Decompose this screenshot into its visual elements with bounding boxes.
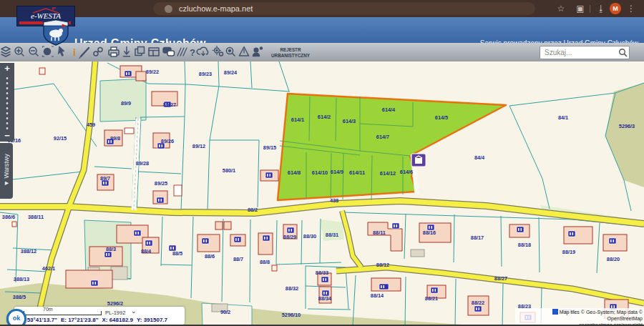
address-plate (609, 238, 616, 244)
address-plate-glyph (270, 174, 271, 177)
address-plate (157, 197, 164, 203)
site-favicon (165, 5, 172, 13)
warning-triangle-icon[interactable] (240, 47, 249, 56)
draw-line-icon[interactable] (79, 48, 89, 59)
map-canvas[interactable]: 89/2289/2389/2489/989/2792/1692/1545989/… (0, 61, 644, 326)
download-icon[interactable]: ⭳ (595, 3, 607, 14)
user-feedback-icon[interactable] (253, 46, 263, 56)
info-icon[interactable]: i (73, 47, 76, 58)
zoom-out-icon[interactable] (29, 47, 38, 56)
zoom-in-icon[interactable] (15, 47, 24, 56)
toolbar-divider (590, 5, 590, 13)
parcel-label-92-15: 92/15 (54, 135, 67, 142)
extensions-icon[interactable]: ▣ (575, 3, 586, 14)
address-plate-glyph (173, 247, 175, 250)
help-icon[interactable]: ? (190, 47, 195, 58)
layers-icon[interactable] (1, 47, 10, 57)
parcel-label-5296-3: 5296/3 (619, 123, 635, 129)
map-zoom-in-button[interactable]: + (0, 63, 14, 74)
browser-menu-icon[interactable]: ⋮ (625, 3, 637, 14)
parcel-label-462-1: 462/1 (42, 265, 55, 272)
parcel-label-88-22: 88/22 (472, 300, 484, 306)
bookmark-star-icon[interactable]: ☆ (555, 3, 567, 14)
cloud-download-icon[interactable] (197, 47, 208, 55)
parcel-label-614-9: 614/9 (331, 169, 343, 175)
address-plate (134, 230, 141, 236)
cursor-coordinates: N: 53°41'13.7"E: 17°21'23.8"X: 648182.9Y… (19, 317, 171, 323)
address-plate (431, 287, 438, 293)
address-plate-glyph (158, 199, 160, 202)
select-cursor-icon[interactable] (59, 46, 64, 56)
panel-icon[interactable] (149, 48, 159, 56)
search-input[interactable] (543, 47, 618, 58)
crs-selector[interactable]: PL-1992 (105, 310, 125, 316)
landmark-icon[interactable] (411, 154, 426, 167)
parcel-label-614-3: 614/3 (343, 118, 356, 124)
ok-geoportal-button[interactable]: ok (6, 309, 26, 326)
parcel-label-388-13: 388/13 (14, 276, 29, 282)
scale-bar (24, 311, 102, 315)
measure-icon[interactable] (177, 48, 187, 56)
zoom-slider[interactable] (0, 74, 14, 130)
map-zoom-out-button[interactable]: − (0, 130, 14, 142)
messages-icon[interactable] (163, 48, 175, 56)
register-urbanistyczny-button[interactable]: REJESTR URBANISTYCZNY (271, 47, 311, 58)
settings-icon[interactable] (213, 46, 223, 56)
address-plate-glyph (381, 285, 382, 288)
address-plate-glyph (613, 239, 615, 242)
print-icon[interactable] (109, 47, 119, 56)
parcel-label-388-5: 388/5 (13, 294, 26, 300)
url-text: czluchow.e-mapa.net (179, 4, 253, 13)
address-plate-glyph (147, 242, 148, 244)
parcel-label-89-8: 89/8 (110, 135, 120, 142)
address-plate-glyph (92, 282, 94, 285)
building-footprint (111, 267, 127, 280)
parcel-label-89-22: 89/22 (146, 69, 159, 75)
address-plate-glyph (159, 144, 160, 147)
address-plate-glyph (126, 72, 127, 75)
address-plate-glyph (170, 247, 172, 250)
coord-y: Y: 391507.7 (137, 317, 167, 323)
address-plate-glyph (106, 253, 107, 256)
coord-x: X: 648182.9 (102, 317, 133, 323)
address-plate-glyph (161, 199, 162, 202)
address-plate (145, 240, 152, 246)
copy-icon[interactable] (135, 47, 145, 56)
address-plate-glyph (479, 307, 480, 310)
address-plate (125, 71, 132, 76)
parcel-label-88-29: 88/29 (283, 234, 296, 240)
search-plus-icon[interactable] (226, 47, 235, 56)
address-plate (517, 227, 524, 232)
parcel-label-88-14: 88/14 (371, 292, 384, 299)
layers-panel-tab[interactable]: ▼ Warstwy (0, 143, 13, 199)
search-icon[interactable] (618, 48, 628, 57)
building-footprint (125, 128, 134, 134)
parcel-label-88-20: 88/20 (607, 256, 620, 262)
svg-text:i: i (73, 47, 76, 58)
address-plate-glyph (106, 182, 107, 184)
profile-avatar[interactable]: M (610, 3, 621, 14)
crs-chevron-icon[interactable]: ⌄ (131, 307, 137, 315)
coord-e: E: 17°21'23.8" (61, 317, 98, 323)
parcel-label-5296-10: 5296/10 (282, 312, 301, 318)
svg-text:URBANISTYCZNY: URBANISTYCZNY (271, 53, 311, 58)
parcel-label-459: 459 (87, 122, 95, 128)
parcel-label-88-32: 88/32 (286, 285, 298, 292)
parcel-label-88-4: 88/4 (141, 248, 152, 255)
parcel-label-89-23: 89/23 (199, 71, 212, 77)
download-pin-icon[interactable] (124, 47, 130, 56)
parcel-label-614-7: 614/7 (376, 134, 389, 140)
browser-bar: czluchow.e-mapa.net ☆ ▣ ⭳ M ⋮ (0, 0, 644, 17)
parcel-label-614-1: 614/1 (291, 117, 304, 123)
full-extent-icon[interactable] (43, 46, 54, 56)
parcel-label-438: 438 (330, 197, 338, 204)
address-plate-glyph (138, 232, 140, 234)
address-plate-glyph (518, 228, 519, 231)
parcel-label-88-30: 88/30 (303, 233, 316, 239)
address-plate-glyph (203, 239, 205, 242)
parcel-label-386-6: 386/6 (2, 214, 15, 220)
link-icon[interactable] (94, 48, 102, 56)
zoom-bar: + − (0, 63, 14, 142)
parcel-label-84-1: 84/1 (558, 114, 568, 121)
address-plate (202, 238, 209, 244)
